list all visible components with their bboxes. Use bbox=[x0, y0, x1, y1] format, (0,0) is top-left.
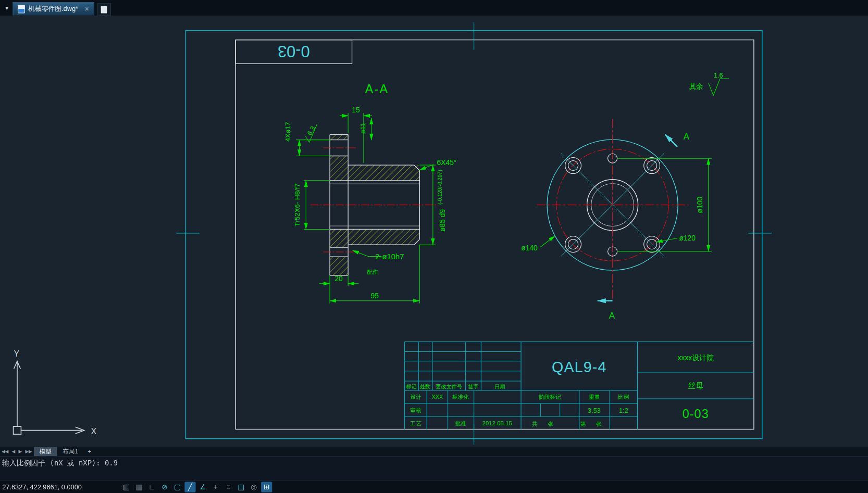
sig-design-label: 设计 bbox=[410, 394, 421, 400]
rev-header-sign: 签字 bbox=[468, 384, 478, 389]
right-view-centerlines bbox=[537, 119, 689, 299]
dwg-file-icon bbox=[18, 5, 25, 14]
section-arrow-label-top: A bbox=[684, 132, 690, 142]
isometric-drafting-icon[interactable]: ╱ bbox=[184, 482, 195, 492]
tab-layout1[interactable]: 布局1 bbox=[57, 447, 84, 456]
ucs-y-label: Y bbox=[14, 349, 20, 358]
dim-d100: ø100 bbox=[696, 197, 704, 213]
sheet-title-rotated: 0-03 bbox=[278, 42, 310, 60]
ucs-icon: Y X bbox=[14, 349, 97, 436]
application-window: ▼ 机械零件图.dwg* × bbox=[0, 0, 868, 493]
dim-d11: ø11 bbox=[359, 123, 367, 134]
object-snap-tracking-icon[interactable]: ∠ bbox=[197, 482, 208, 492]
dim-chamfer: 6X45° bbox=[437, 158, 457, 167]
ortho-mode-icon[interactable]: ∟ bbox=[146, 482, 157, 492]
layout-nav-last-icon[interactable]: ▶▶ bbox=[23, 449, 33, 454]
sig-check-label: 审核 bbox=[410, 407, 421, 413]
rev-header-count: 处数 bbox=[420, 384, 430, 389]
sig-designer-name: XXX bbox=[432, 394, 443, 400]
left-view-dimensions bbox=[296, 113, 436, 304]
section-cut-arrows bbox=[598, 135, 677, 301]
dim-15: 15 bbox=[352, 106, 360, 114]
dim-4x17: 4Xø17 bbox=[284, 122, 292, 142]
object-snap-icon[interactable]: ▢ bbox=[172, 482, 183, 492]
status-toggle-icons: ▦ ▦ ∟ ⊘ ▢ ╱ ∠ + ≡ ▤ ◎ ⊞ bbox=[121, 482, 272, 492]
dim-d140: ø140 bbox=[521, 244, 538, 252]
status-bar: 27.6327, 422.9661, 0.0000 ▦ ▦ ∟ ⊘ ▢ ╱ ∠ … bbox=[0, 480, 868, 493]
coordinates-readout: 27.6327, 422.9661, 0.0000 bbox=[0, 483, 121, 491]
command-line-panel[interactable]: 输入比例因子 (nX 或 nXP): 0.9 命令: bbox=[0, 456, 868, 481]
dim-shaft: ø85 d9 bbox=[438, 209, 447, 232]
document-tab-bar: ▼ 机械零件图.dwg* × bbox=[0, 0, 868, 16]
left-section-view: 15 ø11 4Xø17 6.3 6X45° Tr52X6- H8/f7 ø85… bbox=[284, 106, 456, 304]
company-name: xxxx设计院 bbox=[678, 353, 714, 362]
section-view-label: A-A bbox=[365, 82, 389, 96]
snap-mode-icon[interactable]: ▦ bbox=[121, 482, 132, 492]
layout-nav-prev-icon[interactable]: ◀ bbox=[10, 449, 17, 454]
right-circular-view: ø100 ø120 ø140 A A bbox=[521, 119, 712, 321]
sheet-no-unit: 张 bbox=[596, 421, 602, 427]
weight-value: 3.53 bbox=[588, 407, 601, 414]
layout-tab-bar: ◀◀ ◀ ▶ ▶▶ 模型 布局1 + bbox=[0, 447, 868, 456]
new-tab-button[interactable] bbox=[97, 3, 111, 15]
fit-note: 配作 bbox=[367, 269, 378, 275]
sig-process-label: 工艺 bbox=[410, 420, 421, 426]
add-layout-button[interactable]: + bbox=[84, 448, 95, 456]
sig-date-value: 2012-05-15 bbox=[482, 420, 512, 426]
stage-label: 阶段标记 bbox=[539, 394, 561, 400]
selection-cycling-icon[interactable]: ◎ bbox=[249, 482, 259, 492]
new-drawing-icon bbox=[101, 6, 107, 13]
drawing-number: 0-03 bbox=[683, 407, 709, 421]
part-name: 丝母 bbox=[688, 382, 703, 390]
tab-list-dropdown-icon[interactable]: ▼ bbox=[0, 6, 13, 16]
sig-standard-label: 标准化 bbox=[452, 394, 469, 400]
polar-tracking-icon[interactable]: ⊘ bbox=[159, 482, 170, 492]
dynamic-input-icon[interactable]: + bbox=[210, 482, 221, 492]
general-roughness-note: 其余 1.6 bbox=[689, 71, 729, 95]
scale-value: 1:2 bbox=[619, 407, 628, 414]
dim-d120: ø120 bbox=[679, 234, 696, 242]
lineweight-display-icon[interactable]: ≡ bbox=[223, 482, 234, 492]
document-title: 机械零件图.dwg* bbox=[28, 5, 78, 14]
cad-drawing[interactable]: 0-03 A-A 其余 1.6 bbox=[0, 16, 868, 447]
dim-roughness-63: 6.3 bbox=[305, 125, 317, 137]
part-code: QAL9-4 bbox=[552, 359, 606, 375]
dim-thread: Tr52X6- H8/f7 bbox=[293, 183, 301, 226]
roughness-symbol bbox=[709, 79, 729, 95]
ucs-x-label: X bbox=[91, 427, 96, 436]
roughness-note-value: 1.6 bbox=[714, 71, 723, 79]
sheets-total-unit: 张 bbox=[548, 421, 553, 427]
layout-nav-next-icon[interactable]: ▶ bbox=[17, 449, 23, 454]
dim-20: 20 bbox=[334, 274, 343, 283]
sheets-total-label: 共 bbox=[532, 421, 538, 427]
transparency-icon[interactable]: ▤ bbox=[235, 482, 246, 492]
dim-pins: 2-ø10h7 bbox=[375, 252, 404, 261]
tab-model[interactable]: 模型 bbox=[34, 447, 57, 456]
title-block: 标记 处数 更改文件号 签字 日期 设计 XXX 标准化 审核 工艺 批准 20… bbox=[405, 342, 754, 429]
grid-display-icon[interactable]: ▦ bbox=[133, 482, 144, 492]
model-space-canvas[interactable]: 0-03 A-A 其余 1.6 bbox=[0, 16, 868, 447]
dim-shaft-tolerance: (-0.120/-0.207) bbox=[437, 170, 443, 205]
sheet-title-box: 0-03 bbox=[235, 40, 352, 64]
dwg-file-icon-fold bbox=[18, 9, 24, 12]
scale-label: 比例 bbox=[618, 394, 629, 400]
roughness-note-label: 其余 bbox=[689, 82, 703, 91]
command-history-line: 输入比例因子 (nX 或 nXP): 0.9 bbox=[2, 458, 868, 469]
layout-nav-first-icon[interactable]: ◀◀ bbox=[0, 449, 10, 454]
rev-header-date: 日期 bbox=[495, 384, 505, 389]
tab-close-icon[interactable]: × bbox=[85, 5, 89, 14]
sig-approve-label: 批准 bbox=[455, 420, 466, 426]
section-arrow-label-bottom: A bbox=[609, 311, 615, 321]
rev-header-docno: 更改文件号 bbox=[436, 384, 462, 389]
weight-label: 重量 bbox=[589, 394, 600, 400]
hardware-acceleration-icon[interactable]: ⊞ bbox=[261, 482, 272, 492]
document-tab[interactable]: 机械零件图.dwg* × bbox=[13, 2, 94, 16]
dim-95: 95 bbox=[371, 292, 379, 300]
sheet-no-label: 第 bbox=[580, 421, 586, 427]
rev-header-mark: 标记 bbox=[405, 384, 416, 389]
